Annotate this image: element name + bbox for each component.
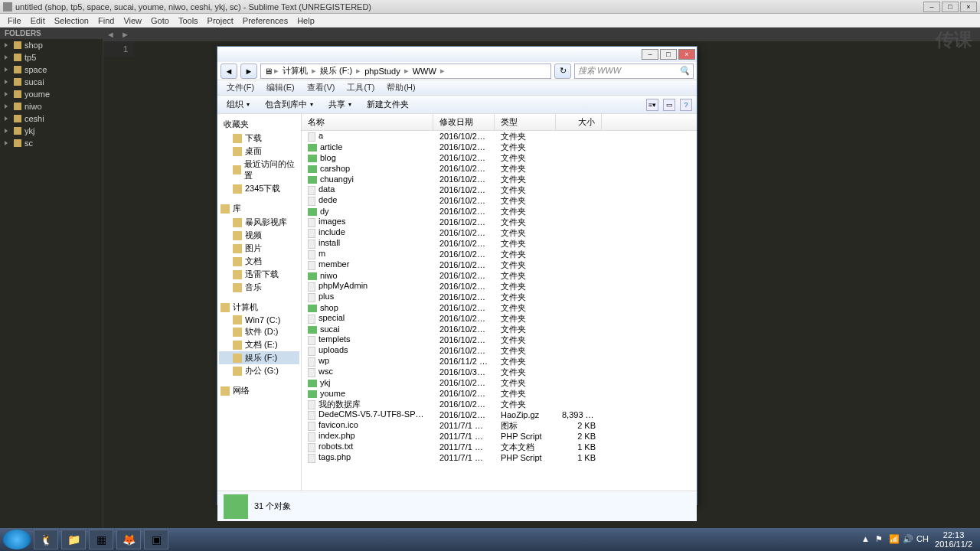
- folder-ykj[interactable]: ykj: [0, 125, 103, 137]
- preview-pane-button[interactable]: ▭: [663, 99, 675, 111]
- menu-preferences[interactable]: Preferences: [238, 16, 292, 25]
- folder-niwo[interactable]: niwo: [0, 100, 103, 112]
- file-row[interactable]: favicon.ico2011/7/1 星期五 ...图标2 KB: [302, 420, 697, 431]
- minimize-button[interactable]: –: [923, 2, 940, 12]
- taskbar-clock[interactable]: 22:13 2016/11/2: [930, 530, 977, 549]
- menu-tools[interactable]: Tools: [174, 16, 203, 25]
- file-row[interactable]: DedeCMS-V5.7-UTF8-SP1(3).tar.gz2016/10/2…: [302, 409, 697, 420]
- file-row[interactable]: wp2016/11/2 星期...文件夹: [302, 356, 697, 367]
- nav-item[interactable]: 下载: [219, 132, 299, 145]
- forward-button[interactable]: ►: [240, 64, 257, 79]
- file-row[interactable]: a2016/10/27 星期...文件夹: [302, 131, 697, 142]
- explorer-minimize-button[interactable]: –: [642, 49, 658, 60]
- crumb-3[interactable]: WWW: [410, 67, 439, 76]
- col-name[interactable]: 名称: [302, 114, 433, 130]
- crumb-2[interactable]: phpStudy: [362, 67, 402, 76]
- file-row[interactable]: templets2016/10/23 星期...文件夹: [302, 334, 697, 345]
- nav-network[interactable]: 网络: [219, 383, 299, 398]
- file-row[interactable]: include2016/10/23 星期...文件夹: [302, 227, 697, 238]
- menu-project[interactable]: Project: [203, 16, 238, 25]
- col-type[interactable]: 类型: [495, 114, 556, 130]
- ex-menu-item[interactable]: 查看(V): [302, 82, 340, 93]
- file-row[interactable]: article2016/10/20 星期...文件夹: [302, 142, 697, 152]
- menu-edit[interactable]: Edit: [26, 16, 50, 25]
- tray-overflow-icon[interactable]: ▲: [861, 534, 872, 545]
- tray-network-icon[interactable]: 📶: [889, 534, 900, 545]
- col-date[interactable]: 修改日期: [433, 114, 495, 130]
- file-row[interactable]: plus2016/10/23 星期...文件夹: [302, 292, 697, 302]
- nav-item[interactable]: Win7 (C:): [219, 315, 299, 325]
- menu-view[interactable]: View: [119, 16, 146, 25]
- tray-volume-icon[interactable]: 🔊: [903, 534, 913, 545]
- address-field[interactable]: 🖥▸计算机▸娱乐 (F:)▸phpStudy▸WWW▸: [260, 64, 551, 79]
- nav-item[interactable]: 办公 (G:): [219, 364, 299, 377]
- menu-goto[interactable]: Goto: [146, 16, 174, 25]
- nav-group[interactable]: 收藏夹: [219, 117, 299, 132]
- explorer-maximize-button[interactable]: □: [660, 49, 677, 60]
- file-row[interactable]: special2016/10/23 星期...文件夹: [302, 313, 697, 324]
- taskbar-app-icon[interactable]: ▣: [144, 530, 168, 549]
- ex-menu-item[interactable]: 编辑(E): [262, 82, 299, 93]
- nav-group[interactable]: 计算机: [219, 300, 299, 315]
- file-row[interactable]: robots.txt2011/7/1 星期五 ...文本文档1 KB: [302, 442, 697, 452]
- menu-help[interactable]: Help: [292, 16, 319, 25]
- explorer-titlebar[interactable]: – □ ×: [217, 47, 697, 62]
- back-button[interactable]: ◄: [220, 64, 237, 79]
- file-row[interactable]: niwo2016/10/20 星期...文件夹: [302, 270, 697, 281]
- search-input[interactable]: 搜索 WWW 🔍: [574, 64, 694, 79]
- ex-menu-item[interactable]: 文件(F): [222, 82, 259, 93]
- new-folder-button[interactable]: 新建文件夹: [362, 97, 413, 112]
- file-row[interactable]: dede2016/10/23 星期...文件夹: [302, 195, 697, 206]
- folder-shop[interactable]: shop: [0, 39, 103, 51]
- taskbar-explorer-icon[interactable]: 📁: [61, 530, 86, 549]
- tray-flag-icon[interactable]: ⚑: [875, 534, 886, 545]
- file-row[interactable]: shop2016/10/20 星期...文件夹: [302, 302, 697, 313]
- close-button[interactable]: ×: [960, 2, 977, 12]
- share-button[interactable]: 共享: [324, 97, 356, 112]
- file-row[interactable]: m2016/10/23 星期...文件夹: [302, 249, 697, 259]
- menu-selection[interactable]: Selection: [50, 16, 93, 25]
- nav-item[interactable]: 桌面: [219, 145, 299, 158]
- include-library-button[interactable]: 包含到库中: [260, 97, 318, 112]
- file-row[interactable]: wsc2016/10/30 星期...文件夹: [302, 367, 697, 377]
- nav-item[interactable]: 文档 (E:): [219, 338, 299, 351]
- folder-tp5[interactable]: tp5: [0, 51, 103, 64]
- file-row[interactable]: member2016/10/23 星期...文件夹: [302, 259, 697, 270]
- search-icon[interactable]: 🔍: [679, 66, 690, 76]
- nav-item[interactable]: 最近访问的位置: [219, 158, 299, 182]
- view-options-button[interactable]: ≡▾: [646, 99, 658, 111]
- help-button[interactable]: ?: [680, 99, 692, 111]
- file-row[interactable]: uploads2016/10/23 星期...文件夹: [302, 345, 697, 356]
- nav-item[interactable]: 软件 (D:): [219, 325, 299, 338]
- menu-find[interactable]: Find: [93, 16, 119, 25]
- start-button[interactable]: [3, 530, 31, 549]
- file-row[interactable]: index.php2011/7/1 星期五 ...PHP Script2 KB: [302, 431, 697, 442]
- ex-menu-item[interactable]: 工具(T): [342, 82, 379, 93]
- folder-sucai[interactable]: sucai: [0, 76, 103, 88]
- file-row[interactable]: images2016/10/23 星期...文件夹: [302, 217, 697, 227]
- crumb-0[interactable]: 计算机: [280, 65, 310, 77]
- folder-ceshi[interactable]: ceshi: [0, 112, 103, 125]
- file-row[interactable]: youme2016/10/20 星期...文件夹: [302, 388, 697, 399]
- taskbar-firefox-icon[interactable]: 🦊: [116, 530, 141, 549]
- maximize-button[interactable]: □: [942, 2, 959, 12]
- file-row[interactable]: chuangyi2016/10/20 星期...文件夹: [302, 174, 697, 184]
- nav-item[interactable]: 图片: [219, 242, 299, 255]
- taskbar-sublime-icon[interactable]: ▦: [89, 530, 113, 549]
- col-size[interactable]: 大小: [556, 114, 602, 130]
- file-list[interactable]: 名称 修改日期 类型 大小 a2016/10/27 星期...文件夹articl…: [302, 114, 697, 491]
- nav-item[interactable]: 暴风影视库: [219, 216, 299, 229]
- file-row[interactable]: phpMyAdmin2016/10/23 星期...文件夹: [302, 281, 697, 292]
- explorer-close-button[interactable]: ×: [678, 49, 695, 60]
- file-row[interactable]: install2016/10/23 星期...文件夹: [302, 238, 697, 249]
- tray-ime-icon[interactable]: CH: [916, 534, 927, 545]
- file-row[interactable]: data2016/10/23 星期...文件夹: [302, 184, 697, 195]
- file-row[interactable]: ykj2016/10/20 星期...文件夹: [302, 377, 697, 388]
- nav-group[interactable]: 库: [219, 201, 299, 216]
- refresh-button[interactable]: ↻: [554, 64, 571, 79]
- file-row[interactable]: blog2016/10/20 星期...文件夹: [302, 152, 697, 163]
- nav-item[interactable]: 音乐: [219, 281, 299, 294]
- nav-item[interactable]: 迅雷下载: [219, 268, 299, 281]
- nav-item[interactable]: 视频: [219, 229, 299, 242]
- file-row[interactable]: carshop2016/10/20 星期...文件夹: [302, 163, 697, 174]
